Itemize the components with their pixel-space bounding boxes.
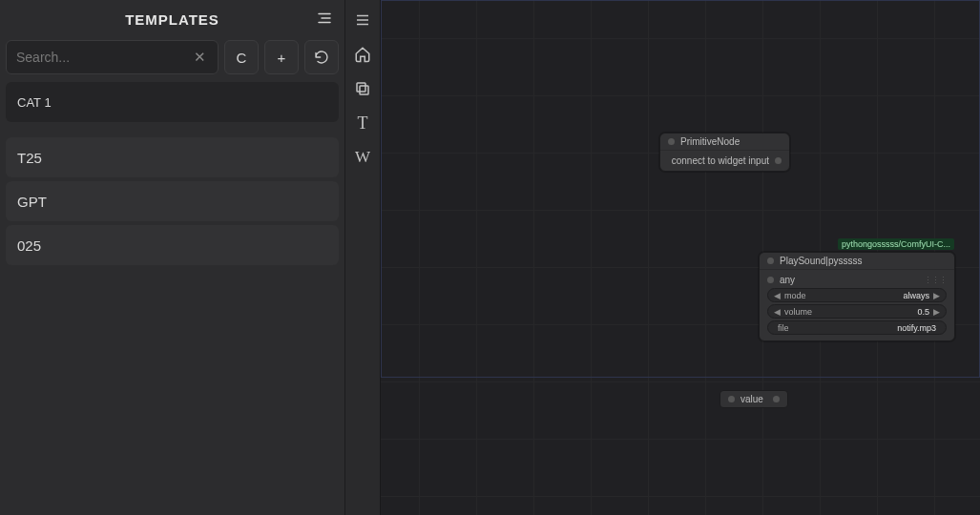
wiki-icon[interactable]: W [350, 145, 375, 170]
widget-value: notify.mp3 [897, 323, 936, 333]
node-drag-icon[interactable]: ⋮⋮⋮ [924, 276, 947, 285]
widget-value: always [903, 291, 929, 300]
widget-label: mode [784, 291, 806, 300]
search-input[interactable] [16, 50, 190, 65]
text-icon[interactable]: T [350, 111, 375, 135]
copy-icon[interactable] [350, 76, 375, 101]
node-playsound[interactable]: pythongosssss/ComfyUI-C... PlaySound|pys… [759, 252, 955, 341]
panel-menu-icon[interactable] [314, 8, 335, 29]
templates-panel: TEMPLATES ✕ C + CAT 1 T25 GPT 025 [0, 0, 345, 515]
chevron-right-icon[interactable]: ▶ [933, 291, 940, 300]
node-header[interactable]: PrimitiveNode [660, 134, 789, 151]
chevron-right-icon[interactable]: ▶ [933, 307, 940, 317]
template-item[interactable]: GPT [6, 181, 339, 221]
node-input[interactable]: any [767, 274, 795, 286]
chevron-left-icon[interactable]: ◀ [774, 291, 781, 300]
panel-title: TEMPLATES [125, 11, 219, 28]
add-template-button[interactable]: + [264, 40, 299, 74]
node-primitive[interactable]: PrimitiveNode connect to widget input [659, 133, 790, 172]
widget-label: file [778, 323, 789, 333]
node-title: value [740, 394, 763, 404]
input-port-icon[interactable] [767, 277, 774, 283]
template-item[interactable]: T25 [6, 137, 339, 177]
widget-file[interactable]: file notify.mp3 [767, 320, 947, 335]
search-box[interactable]: ✕ [6, 40, 219, 74]
widget-volume[interactable]: ◀ volume 0.5 ▶ [767, 304, 947, 319]
refresh-button[interactable] [304, 40, 339, 74]
widget-mode[interactable]: ◀ mode always ▶ [767, 288, 947, 302]
panel-header: TEMPLATES [6, 6, 339, 32]
search-row: ✕ C + [6, 40, 339, 74]
svg-rect-0 [360, 86, 368, 94]
category-row[interactable]: CAT 1 [6, 82, 339, 122]
home-icon[interactable] [350, 42, 375, 67]
widget-label: volume [784, 307, 812, 317]
node-title: PlaySound|pysssss [780, 256, 863, 266]
node-collapse-dot[interactable] [767, 258, 774, 264]
node-collapse-dot[interactable] [728, 396, 735, 402]
output-port-icon[interactable] [773, 396, 780, 402]
chevron-left-icon[interactable]: ◀ [774, 307, 781, 317]
output-port-icon[interactable] [775, 157, 782, 164]
menu-icon[interactable] [350, 8, 375, 32]
node-output[interactable]: connect to widget input [668, 154, 782, 167]
node-title: PrimitiveNode [680, 136, 740, 147]
output-label: connect to widget input [672, 155, 769, 166]
svg-rect-1 [357, 83, 365, 92]
clear-search-icon[interactable]: ✕ [190, 47, 210, 68]
node-source-tag: pythongosssss/ComfyUI-C... [838, 238, 954, 250]
node-canvas[interactable]: PrimitiveNode connect to widget input py… [381, 0, 980, 515]
input-label: any [780, 275, 795, 285]
widget-value: 0.5 [917, 307, 929, 317]
node-collapse-dot[interactable] [668, 138, 675, 145]
node-value[interactable]: value [719, 390, 788, 408]
template-item[interactable]: 025 [6, 225, 339, 265]
tool-strip: T W [345, 0, 381, 515]
node-header[interactable]: PlaySound|pysssss [760, 253, 954, 270]
case-toggle-button[interactable]: C [224, 40, 259, 74]
